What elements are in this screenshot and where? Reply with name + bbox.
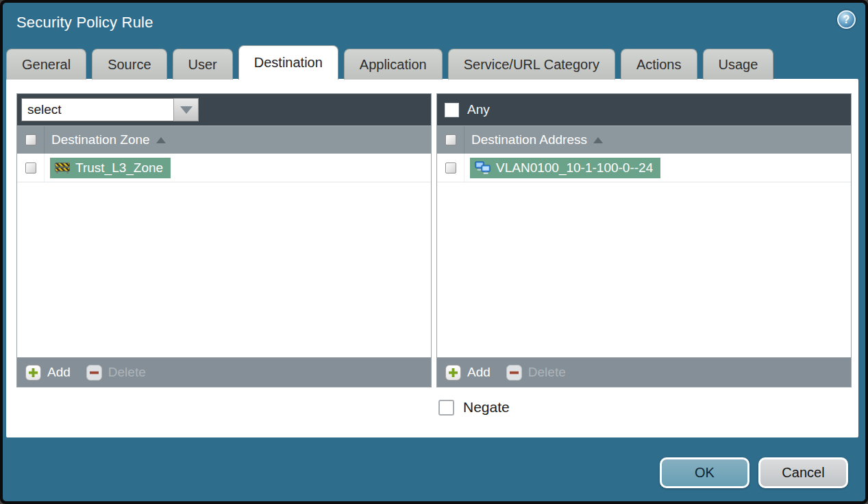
ok-button[interactable]: OK	[660, 457, 749, 488]
negate-control[interactable]: Negate	[438, 399, 510, 416]
address-footer-bar: Add Delete	[437, 357, 851, 387]
address-add-icon[interactable]	[445, 365, 461, 381]
address-row-checkbox[interactable]	[445, 163, 456, 173]
zone-delete-icon[interactable]	[86, 365, 102, 381]
zone-toolbar	[17, 94, 431, 125]
address-delete-icon[interactable]	[506, 365, 522, 381]
address-header-checkbox-cell	[437, 126, 464, 154]
tab-usage[interactable]: Usage	[703, 49, 774, 80]
zone-column-header[interactable]: Destination Zone	[51, 132, 150, 147]
zone-select-input[interactable]	[21, 98, 173, 121]
zone-add-icon[interactable]	[25, 365, 41, 381]
address-value-chip[interactable]: VLAN0100_10-1-100-0--24	[470, 158, 660, 178]
zone-list: Trust_L3_Zone	[17, 154, 431, 357]
tab-user[interactable]: User	[173, 49, 233, 80]
any-checkbox[interactable]	[445, 103, 459, 117]
tab-actions[interactable]: Actions	[621, 49, 697, 80]
zone-header-checkbox-cell	[17, 126, 45, 154]
address-select-all-checkbox[interactable]	[445, 134, 456, 145]
zone-footer-bar: Add Delete	[17, 357, 431, 387]
address-row[interactable]: VLAN0100_10-1-100-0--24	[437, 154, 851, 182]
network-address-icon	[475, 161, 491, 174]
tab-service-url-category[interactable]: Service/URL Category	[448, 49, 615, 80]
tab-general[interactable]: General	[6, 49, 86, 80]
destination-zone-panel: Destination Zone	[16, 93, 432, 387]
zone-row-checkbox-cell	[17, 154, 45, 182]
zone-delete-button[interactable]: Delete	[108, 365, 146, 380]
zone-icon	[55, 163, 70, 173]
any-label: Any	[467, 102, 490, 117]
address-column-header-row: Destination Address	[437, 125, 851, 154]
tab-source[interactable]: Source	[92, 49, 166, 80]
zone-value-chip[interactable]: Trust_L3_Zone	[50, 158, 171, 178]
destination-tab-content: Destination Zone	[6, 79, 858, 437]
address-add-button[interactable]: Add	[467, 365, 491, 380]
zone-row-checkbox[interactable]	[25, 163, 36, 173]
zone-row[interactable]: Trust_L3_Zone	[17, 154, 431, 182]
sort-ascending-icon	[593, 137, 603, 143]
cancel-button[interactable]: Cancel	[758, 457, 848, 488]
tab-bar: General Source User Destination Applicat…	[6, 45, 773, 80]
chevron-down-icon	[180, 106, 193, 114]
sort-ascending-icon	[156, 137, 166, 143]
address-column-header[interactable]: Destination Address	[471, 132, 587, 147]
help-icon[interactable]: ?	[837, 10, 856, 29]
zone-column-header-row: Destination Zone	[17, 125, 431, 154]
dialog-surface: Security Policy Rule ? General Source Us…	[3, 3, 865, 501]
address-list: VLAN0100_10-1-100-0--24	[437, 154, 851, 357]
address-delete-button[interactable]: Delete	[528, 365, 566, 380]
tab-destination[interactable]: Destination	[238, 45, 338, 80]
address-row-checkbox-cell	[437, 154, 464, 182]
zone-select-all-checkbox[interactable]	[25, 134, 36, 145]
dialog-title: Security Policy Rule	[16, 14, 153, 32]
zone-add-button[interactable]: Add	[47, 365, 71, 380]
zone-name: Trust_L3_Zone	[75, 160, 163, 176]
address-toolbar: Any	[437, 94, 851, 125]
address-name: VLAN0100_10-1-100-0--24	[496, 160, 653, 176]
destination-address-panel: Any Destination Address	[436, 93, 852, 387]
negate-checkbox[interactable]	[438, 400, 454, 416]
tab-application[interactable]: Application	[344, 49, 443, 80]
zone-select-combo	[21, 98, 199, 121]
security-policy-rule-dialog: Security Policy Rule ? General Source Us…	[0, 0, 868, 504]
negate-label: Negate	[463, 399, 510, 416]
zone-select-dropdown-button[interactable]	[173, 98, 199, 121]
